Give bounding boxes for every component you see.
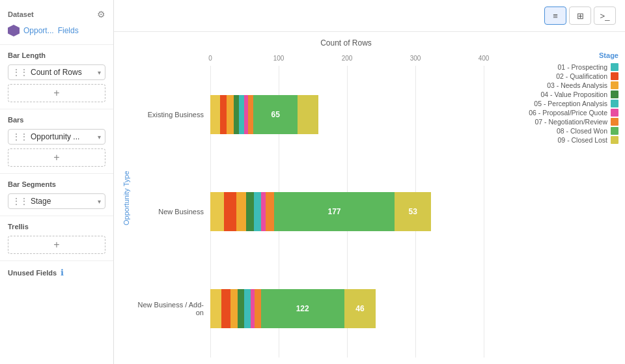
- legend-item: 05 - Perception Analysis: [514, 100, 618, 107]
- bar-segment: [298, 95, 318, 134]
- grid-icon: ⊞: [577, 11, 584, 21]
- legend-item-label: 09 - Closed Lost: [558, 136, 607, 144]
- add-trellis-button[interactable]: +: [8, 236, 105, 254]
- drag-icon: ⋮⋮: [12, 68, 28, 77]
- bar-segments-section: Bar Segments ⋮⋮ Stage ▾: [0, 174, 113, 216]
- legend-item: 04 - Value Proposition: [514, 91, 618, 98]
- chart-inner: Count of Rows 0100200300400 Existing Bus…: [132, 38, 625, 357]
- chart-and-legend: 0100200300400 Existing Business65New Bus…: [132, 51, 625, 357]
- legend-swatch: [611, 63, 618, 71]
- drag-icon-bars: ⋮⋮: [12, 132, 28, 141]
- bar-label: Existing Business: [132, 111, 210, 119]
- dataset-fields-link[interactable]: Fields: [58, 26, 79, 35]
- main-area: ≡ ⊞ >_ Opportunity Type Count of Rows 01…: [114, 0, 625, 364]
- x-axis: 0100200300400: [132, 51, 508, 64]
- bar-segment: 177: [274, 192, 395, 231]
- grid-view-button[interactable]: ⊞: [569, 7, 591, 25]
- bar-row: New Business / Add-on12246: [132, 279, 508, 338]
- legend-item-label: 07 - Negotiation/Review: [535, 118, 607, 126]
- sidebar-header: Dataset ⚙: [0, 7, 113, 25]
- add-bars-button[interactable]: +: [8, 148, 105, 167]
- bar-segment: [244, 289, 250, 328]
- bar-row: Existing Business65: [132, 85, 508, 144]
- bar-segments-dropdown[interactable]: ⋮⋮ Stage ▾: [8, 193, 105, 209]
- legend: Stage 01 - Prospecting02 - Qualification…: [508, 51, 625, 357]
- bar-segment: [220, 95, 227, 134]
- legend-item-label: 04 - Value Proposition: [540, 91, 607, 98]
- chevron-down-icon: ▾: [98, 69, 101, 76]
- legend-swatch: [611, 118, 618, 126]
- unused-fields-label: Unused Fields: [8, 269, 57, 277]
- drag-icon-segments: ⋮⋮: [12, 197, 28, 206]
- bar-segment: 122: [261, 289, 344, 328]
- legend-item: 02 - Qualification: [514, 72, 618, 80]
- bar-length-label: Bar Length: [8, 51, 105, 59]
- legend-item-label: 08 - Closed Won: [557, 127, 607, 135]
- x-tick: 300: [410, 55, 421, 62]
- unused-fields-section: Unused Fields ℹ: [0, 261, 113, 284]
- toolbar: ≡ ⊞ >_: [114, 0, 625, 32]
- bar-segments-value: Stage: [31, 197, 95, 206]
- legend-item-label: 01 - Prospecting: [558, 63, 607, 71]
- bar-segment: 46: [344, 289, 376, 328]
- code-icon: >_: [600, 11, 610, 21]
- bar-segment: [248, 95, 253, 134]
- bar-segment: [266, 192, 274, 231]
- legend-item: 07 - Negotiation/Review: [514, 118, 618, 126]
- dataset-name[interactable]: Opport...: [23, 26, 54, 35]
- y-axis-label: Opportunity Type: [120, 38, 132, 357]
- bar-segment: 53: [395, 192, 431, 231]
- legend-swatch: [611, 127, 618, 135]
- chart-title: Count of Rows: [184, 38, 508, 48]
- legend-swatch: [611, 100, 618, 107]
- bar-segment: [246, 192, 255, 231]
- add-bar-length-button[interactable]: +: [8, 84, 105, 102]
- x-tick: 400: [479, 55, 490, 62]
- legend-item-label: 06 - Proposal/Price Quote: [529, 109, 607, 117]
- dataset-icon: [8, 25, 20, 36]
- gear-icon[interactable]: ⚙: [97, 9, 105, 20]
- bars-area: Existing Business65New Business17753New …: [132, 66, 508, 357]
- legend-item: 01 - Prospecting: [514, 63, 618, 71]
- bar-segment: [236, 192, 246, 231]
- bar-segment: [238, 289, 245, 328]
- bar-segment: [221, 289, 231, 328]
- info-icon[interactable]: ℹ: [61, 268, 64, 277]
- legend-swatch: [611, 81, 618, 89]
- trellis-section: Trellis +: [0, 216, 113, 261]
- bar-segment: [234, 95, 239, 134]
- chevron-down-segments-icon: ▾: [98, 198, 101, 205]
- bar-label: New Business: [132, 208, 210, 216]
- bars-dropdown[interactable]: ⋮⋮ Opportunity ... ▾: [8, 129, 105, 145]
- bar-length-section: Bar Length ⋮⋮ Count of Rows ▾ +: [0, 45, 113, 109]
- bars-label: Bars: [8, 116, 105, 124]
- legend-item-label: 05 - Perception Analysis: [534, 100, 607, 107]
- legend-item: 06 - Proposal/Price Quote: [514, 109, 618, 117]
- bar-segment: 65: [253, 95, 298, 134]
- bar-segment: [254, 192, 261, 231]
- legend-swatch: [611, 109, 618, 117]
- legend-swatch: [611, 91, 618, 98]
- bar-segment: [255, 289, 260, 328]
- legend-item: 08 - Closed Won: [514, 127, 618, 135]
- x-tick: 0: [208, 55, 212, 62]
- bars-section: Bars ⋮⋮ Opportunity ... ▾ +: [0, 109, 113, 174]
- dataset-section-title: Dataset: [8, 10, 34, 18]
- bar-row: New Business17753: [132, 182, 508, 241]
- legend-item: 03 - Needs Analysis: [514, 81, 618, 89]
- legend-swatch: [611, 136, 618, 144]
- code-view-button[interactable]: >_: [594, 7, 616, 25]
- bar-segment: [239, 95, 244, 134]
- bar-label: New Business / Add-on: [132, 301, 210, 316]
- legend-title: Stage: [514, 51, 618, 59]
- x-tick: 200: [342, 55, 353, 62]
- bar-segment: [210, 95, 220, 134]
- chart-plot: 0100200300400 Existing Business65New Bus…: [132, 51, 508, 357]
- bar-track: 65: [210, 95, 318, 134]
- bar-length-dropdown[interactable]: ⋮⋮ Count of Rows ▾: [8, 64, 105, 80]
- legend-item-label: 03 - Needs Analysis: [547, 81, 607, 89]
- legend-item-label: 02 - Qualification: [556, 72, 607, 80]
- legend-item: 09 - Closed Lost: [514, 136, 618, 144]
- bar-length-value: Count of Rows: [31, 68, 95, 77]
- list-view-button[interactable]: ≡: [544, 7, 566, 25]
